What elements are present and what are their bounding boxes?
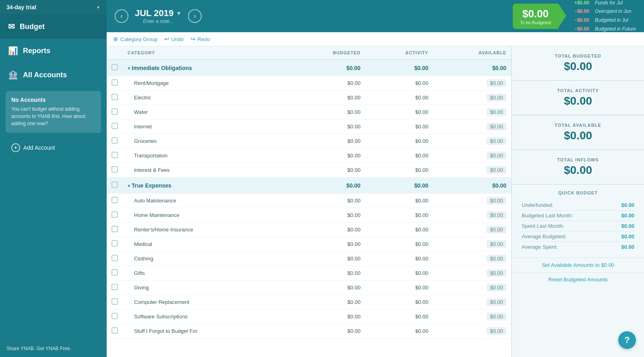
cat-checkbox[interactable] (111, 137, 118, 144)
group-row[interactable]: ▾Immediate Obligations $0.00 $0.00 $0.00 (107, 60, 511, 76)
cat-checkbox[interactable] (111, 255, 118, 261)
prev-month-button[interactable]: ‹ (115, 9, 128, 23)
cat-budgeted-cell[interactable]: $0.00 (288, 105, 365, 120)
cat-check-cell[interactable] (107, 194, 123, 208)
cat-checkbox[interactable] (111, 327, 118, 334)
cat-check-cell[interactable] (107, 237, 123, 252)
cat-check-cell[interactable] (107, 105, 123, 120)
cat-budgeted-cell[interactable]: $0.00 (288, 91, 365, 105)
cat-checkbox[interactable] (111, 166, 118, 173)
add-account-button[interactable]: + Add Account (6, 140, 101, 155)
cat-budgeted-cell[interactable]: $0.00 (288, 194, 365, 208)
cat-check-cell[interactable] (107, 120, 123, 134)
qb-underfunded-value[interactable]: $0.00 (621, 202, 634, 208)
cat-name-cell: Water (123, 105, 288, 120)
table-row[interactable]: Groceries $0.00 $0.00 $0.00 (107, 134, 511, 149)
cat-budgeted-cell[interactable]: $0.00 (288, 324, 365, 338)
table-row[interactable]: Home Maintenance $0.00 $0.00 $0.00 (107, 208, 511, 223)
group-checkbox[interactable] (111, 182, 118, 188)
sidebar-item-all-accounts[interactable]: 🏦 All Accounts (0, 63, 107, 87)
redo-button[interactable]: ↪ Redo (190, 35, 210, 43)
cat-check-cell[interactable] (107, 266, 123, 281)
sidebar-item-reports[interactable]: 📊 Reports (0, 39, 107, 63)
cat-budgeted-cell[interactable]: $0.00 (288, 76, 365, 91)
cat-check-cell[interactable] (107, 91, 123, 105)
cat-check-cell[interactable] (107, 223, 123, 237)
table-row[interactable]: Computer Replacement $0.00 $0.00 $0.00 (107, 295, 511, 310)
cat-budgeted-cell[interactable]: $0.00 (288, 163, 365, 177)
cat-budgeted-cell[interactable]: $0.00 (288, 134, 365, 149)
table-row[interactable]: Renter's/Home Insurance $0.00 $0.00 $0.0… (107, 223, 511, 237)
cat-check-cell[interactable] (107, 76, 123, 91)
cat-budgeted-cell[interactable]: $0.00 (288, 149, 365, 163)
help-button[interactable]: ? (618, 331, 636, 349)
cat-checkbox[interactable] (111, 240, 118, 247)
collapse-icon[interactable]: ▾ (128, 183, 130, 189)
qb-as-value[interactable]: $0.00 (621, 244, 634, 250)
cat-budgeted-cell[interactable]: $0.00 (288, 295, 365, 310)
cat-budgeted-cell[interactable]: $0.00 (288, 310, 365, 324)
table-row[interactable]: Stuff I Forgot to Budget For $0.00 $0.00… (107, 324, 511, 338)
cat-budgeted-cell[interactable]: $0.00 (288, 120, 365, 134)
trial-bar[interactable]: 34-day trial ▼ (0, 0, 107, 14)
cat-check-cell[interactable] (107, 134, 123, 149)
enter-note[interactable]: Enter a note... (135, 19, 182, 24)
table-row[interactable]: Clothing $0.00 $0.00 $0.00 (107, 252, 511, 266)
table-row[interactable]: Internet $0.00 $0.00 $0.00 (107, 120, 511, 134)
cat-budgeted-cell[interactable]: $0.00 (288, 252, 365, 266)
group-checkbox[interactable] (111, 64, 118, 70)
cat-checkbox[interactable] (111, 226, 118, 232)
group-check-cell[interactable] (107, 60, 123, 76)
table-row[interactable]: Rent/Mortgage $0.00 $0.00 $0.00 (107, 76, 511, 91)
cat-checkbox[interactable] (111, 79, 118, 86)
no-accounts-title: No Accounts (11, 97, 95, 103)
undo-button[interactable]: ↩ Undo (164, 35, 184, 43)
cat-checkbox[interactable] (111, 197, 118, 203)
cat-check-cell[interactable] (107, 324, 123, 338)
qb-ab-value[interactable]: $0.00 (621, 233, 634, 239)
table-row[interactable]: Gifts $0.00 $0.00 $0.00 (107, 266, 511, 281)
table-row[interactable]: Electric $0.00 $0.00 $0.00 (107, 91, 511, 105)
cat-budgeted-cell[interactable]: $0.00 (288, 281, 365, 295)
table-row[interactable]: Transportation $0.00 $0.00 $0.00 (107, 149, 511, 163)
cat-check-cell[interactable] (107, 281, 123, 295)
cat-check-cell[interactable] (107, 252, 123, 266)
table-row[interactable]: Medical $0.00 $0.00 $0.00 (107, 237, 511, 252)
cat-check-cell[interactable] (107, 310, 123, 324)
cat-checkbox[interactable] (111, 123, 118, 129)
next-month-button[interactable]: › (188, 9, 202, 23)
cat-check-cell[interactable] (107, 163, 123, 177)
table-row[interactable]: Auto Maintenance $0.00 $0.00 $0.00 (107, 194, 511, 208)
cat-checkbox[interactable] (111, 284, 118, 290)
qb-blm-value[interactable]: $0.00 (621, 213, 634, 219)
month-year[interactable]: JUL 2019 ▼ (135, 8, 182, 19)
table-row[interactable]: Software Subscriptions $0.00 $0.00 $0.00 (107, 310, 511, 324)
cat-budgeted-cell[interactable]: $0.00 (288, 223, 365, 237)
cat-checkbox[interactable] (111, 269, 118, 276)
cat-checkbox[interactable] (111, 108, 118, 115)
cat-budgeted-cell[interactable]: $0.00 (288, 208, 365, 223)
category-group-button[interactable]: ⊕ Category Group (113, 35, 158, 43)
total-available-label: TOTAL AVAILABLE (522, 123, 634, 128)
qb-ab-label: Average Budgeted: (522, 233, 566, 239)
collapse-icon[interactable]: ▾ (128, 66, 130, 71)
cat-check-cell[interactable] (107, 295, 123, 310)
cat-budgeted-cell[interactable]: $0.00 (288, 237, 365, 252)
table-row[interactable]: Giving $0.00 $0.00 $0.00 (107, 281, 511, 295)
group-check-cell[interactable] (107, 177, 123, 194)
group-row[interactable]: ▾True Expenses $0.00 $0.00 $0.00 (107, 177, 511, 194)
cat-checkbox[interactable] (111, 94, 118, 100)
cat-checkbox[interactable] (111, 298, 118, 305)
sidebar-item-budget[interactable]: ✉ Budget (0, 14, 107, 39)
cat-checkbox[interactable] (111, 313, 118, 319)
cat-checkbox[interactable] (111, 211, 118, 218)
table-row[interactable]: Water $0.00 $0.00 $0.00 (107, 105, 511, 120)
cat-check-cell[interactable] (107, 208, 123, 223)
cat-budgeted-cell[interactable]: $0.00 (288, 266, 365, 281)
set-available-button[interactable]: Set Available Amounts to $0.00 (512, 258, 644, 272)
cat-checkbox[interactable] (111, 152, 118, 158)
qb-slm-value[interactable]: $0.00 (621, 223, 634, 229)
reset-budgeted-button[interactable]: Reset Budgeted Amounts (512, 272, 644, 287)
table-row[interactable]: Interest & Fees $0.00 $0.00 $0.00 (107, 163, 511, 177)
cat-check-cell[interactable] (107, 149, 123, 163)
